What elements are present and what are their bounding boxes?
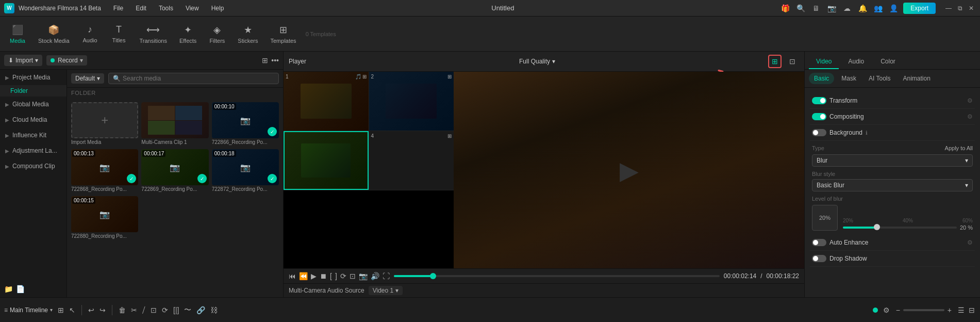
sidebar-item-adjustment-layer[interactable]: ▶ Adjustment La...: [0, 143, 67, 158]
monitor-icon[interactable]: 🖥: [810, 3, 822, 14]
subtab-ai-tools[interactable]: AI Tools: [863, 73, 895, 84]
tab-color[interactable]: Color: [873, 55, 903, 69]
menu-file[interactable]: File: [111, 4, 125, 13]
tool-media[interactable]: ⬛ Media: [4, 21, 31, 47]
screenshot-icon[interactable]: 📷: [826, 3, 837, 14]
menu-view[interactable]: View: [184, 4, 201, 13]
list-item[interactable]: 00:00:15 📷 722880_Recording Po...: [71, 196, 138, 240]
cut-button[interactable]: ✂: [130, 305, 138, 315]
frame-back-button[interactable]: ⏪: [299, 272, 308, 280]
timeline-scrubber[interactable]: [394, 275, 720, 277]
volume-button[interactable]: 🔊: [371, 272, 379, 280]
transform-toggle[interactable]: [812, 97, 826, 104]
import-button[interactable]: ⬇ Import ▾: [4, 55, 42, 66]
menu-edit[interactable]: Edit: [134, 4, 148, 13]
mark-out-button[interactable]: ]: [335, 272, 337, 280]
subtab-animation[interactable]: Animation: [898, 73, 935, 84]
tool-audio[interactable]: ♪ Audio: [77, 21, 104, 46]
transform-tool[interactable]: ⟳: [161, 305, 169, 315]
gift-icon[interactable]: 🎁: [779, 3, 791, 14]
background-info-icon[interactable]: ℹ: [866, 130, 868, 136]
list-item[interactable]: 00:00:18 ✓ 📷 722872_Recording Po...: [212, 149, 279, 193]
filter-icon[interactable]: ⊞: [262, 56, 268, 65]
bell-icon[interactable]: 🔔: [857, 3, 868, 14]
blur-slider[interactable]: [843, 227, 957, 229]
fit-view-button[interactable]: ⊡: [786, 55, 799, 68]
tool-titles[interactable]: T Titles: [106, 21, 132, 46]
play-button[interactable]: ▶: [311, 272, 317, 280]
slider-handle[interactable]: [874, 224, 880, 230]
redo-button[interactable]: ↪: [98, 305, 107, 315]
grid-cell-3[interactable]: [284, 131, 369, 190]
blur-style-dropdown[interactable]: Basic Blur ▾: [812, 179, 973, 191]
background-toggle[interactable]: [812, 129, 826, 136]
tab-video[interactable]: Video: [809, 55, 839, 69]
default-select[interactable]: Default ▾: [71, 73, 104, 84]
delete-button[interactable]: 🗑: [118, 305, 127, 315]
cursor-tool[interactable]: ↖: [68, 305, 76, 315]
list-item[interactable]: 00:00:10 ✓ 📷 722866_Recording Po...: [212, 102, 279, 146]
zoom-in-button[interactable]: +: [946, 305, 953, 315]
timeline-tab[interactable]: ≡ Main Timeline ▾: [4, 307, 53, 314]
list-item[interactable]: 00:00:17 ✓ 📷 722869_Recording Po...: [141, 149, 208, 193]
compositing-toggle[interactable]: [812, 113, 826, 120]
minimize-button[interactable]: —: [944, 4, 953, 13]
grid-view-button[interactable]: ⊞: [768, 55, 782, 68]
list-item[interactable]: 00:00:13 ✓ 📷 722868_Recording Po...: [71, 149, 138, 193]
compositing-options-icon[interactable]: ⚙: [967, 113, 973, 120]
tool-stickers[interactable]: ★ Stickers: [232, 21, 263, 47]
list-view-button[interactable]: ☰: [957, 305, 966, 315]
subtab-mask[interactable]: Mask: [836, 73, 861, 84]
skip-back-button[interactable]: ⏮: [289, 272, 296, 280]
auto-enhance-options-icon[interactable]: ⚙: [967, 239, 973, 246]
scrubber-handle[interactable]: [430, 273, 436, 279]
split-view-button[interactable]: ⊟: [968, 305, 976, 315]
stop-button[interactable]: ⏹: [320, 272, 327, 280]
mark-in-button[interactable]: [: [330, 272, 332, 280]
unlink-button[interactable]: ⛓: [209, 305, 219, 315]
sidebar-item-project-media[interactable]: ▶ Project Media: [0, 70, 67, 85]
new-folder-icon[interactable]: 📄: [16, 285, 25, 293]
more-icon[interactable]: •••: [271, 56, 279, 65]
tool-effects[interactable]: ✦ Effects: [174, 21, 202, 47]
search-input[interactable]: [123, 75, 274, 82]
avatar-icon[interactable]: 👤: [888, 3, 899, 14]
close-button[interactable]: ✕: [967, 4, 976, 13]
tool-filters[interactable]: ◈ Filters: [204, 21, 230, 47]
tool-templates[interactable]: ⊞ Templates: [265, 21, 301, 47]
trim-button[interactable]: [|]: [172, 305, 180, 315]
transform-options-icon[interactable]: ⚙: [967, 97, 973, 104]
crop-button[interactable]: ⊡: [150, 305, 158, 315]
tool-stock-media[interactable]: 📦 Stock Media: [33, 21, 75, 47]
subtab-basic[interactable]: Basic: [809, 73, 834, 84]
quality-select[interactable]: Full Quality ▾: [519, 58, 555, 65]
type-dropdown[interactable]: Blur ▾: [812, 154, 973, 167]
link-button[interactable]: 🔗: [195, 305, 206, 315]
sync-button[interactable]: ⟳: [340, 272, 346, 280]
loop-button[interactable]: ⊡: [350, 272, 356, 280]
grid-cell-4[interactable]: 4 ⊞: [369, 131, 454, 190]
cloud-icon[interactable]: ☁: [841, 3, 853, 14]
sidebar-item-influence-kit[interactable]: ▶ Influence Kit: [0, 127, 67, 143]
import-media-item[interactable]: + Import Media: [71, 102, 138, 146]
fullscreen-button[interactable]: ⛶: [383, 272, 390, 280]
settings-icon[interactable]: ⚙: [882, 305, 891, 315]
people-icon[interactable]: 👥: [872, 3, 884, 14]
export-button[interactable]: Export: [903, 3, 936, 14]
grid-cell-2[interactable]: 2 ⊞: [369, 72, 454, 131]
tab-audio[interactable]: Audio: [841, 55, 871, 69]
search-icon[interactable]: 🔍: [795, 3, 806, 14]
undo-button[interactable]: ↩: [87, 305, 95, 315]
list-item[interactable]: Multi-Camera Clip 1: [141, 102, 208, 146]
add-folder-icon[interactable]: 📁: [4, 285, 13, 293]
sidebar-item-global-media[interactable]: ▶ Global Media: [0, 96, 67, 112]
sidebar-item-compound-clip[interactable]: ▶ Compound Clip: [0, 158, 67, 174]
snapshot-button[interactable]: 📷: [359, 272, 368, 280]
audio-source-select[interactable]: Video 1 ▾: [369, 286, 403, 295]
drop-shadow-toggle[interactable]: [812, 255, 826, 262]
grid-cell-1[interactable]: 1 🎵 ⊞: [284, 72, 369, 131]
tool-transitions[interactable]: ⟷ Transitions: [135, 21, 172, 47]
zoom-slider[interactable]: [903, 309, 944, 311]
sidebar-folder[interactable]: Folder: [0, 85, 67, 96]
warp-button[interactable]: 〜: [183, 304, 192, 316]
